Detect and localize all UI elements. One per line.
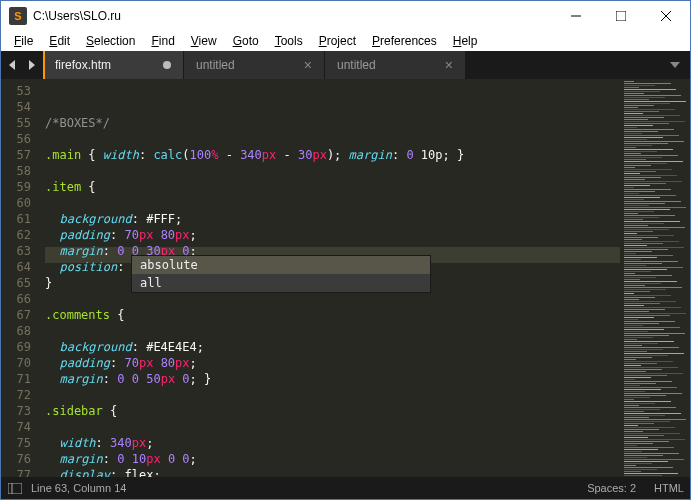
- gutter: 5354555657585960616263646566676869707172…: [1, 79, 39, 477]
- svg-rect-7: [8, 483, 22, 494]
- tab-dropdown-icon[interactable]: [660, 51, 690, 79]
- menu-preferences[interactable]: Preferences: [365, 33, 444, 49]
- window-title: C:\Users\SLO.ru: [33, 9, 553, 23]
- tab-label: firefox.htm: [55, 58, 153, 72]
- code-line: /*BOXES*/: [45, 115, 620, 131]
- titlebar: S C:\Users\SLO.ru: [1, 1, 690, 31]
- status-indent[interactable]: Spaces: 2: [587, 482, 636, 494]
- menubar: FileEditSelectionFindViewGotoToolsProjec…: [1, 31, 690, 51]
- code-line: [45, 291, 620, 307]
- svg-marker-4: [9, 60, 15, 70]
- tab-1[interactable]: untitled×: [184, 51, 324, 79]
- code-line: [45, 163, 620, 179]
- code-line: background: #FFF;: [45, 211, 620, 227]
- sidebar-toggle-icon[interactable]: [7, 481, 23, 495]
- code-line: .main { width: calc(100% - 340px - 30px)…: [45, 147, 620, 163]
- menu-find[interactable]: Find: [144, 33, 181, 49]
- minimize-button[interactable]: [553, 2, 598, 30]
- svg-marker-6: [670, 62, 680, 68]
- code-line: margin: 0 10px 0 0;: [45, 451, 620, 467]
- autocomplete-item[interactable]: absolute: [132, 256, 430, 274]
- status-position[interactable]: Line 63, Column 14: [31, 482, 126, 494]
- code-line: .sidebar {: [45, 403, 620, 419]
- menu-edit[interactable]: Edit: [42, 33, 77, 49]
- status-syntax[interactable]: HTML: [654, 482, 684, 494]
- autocomplete-popup[interactable]: absoluteall: [131, 255, 431, 293]
- menu-goto[interactable]: Goto: [226, 33, 266, 49]
- minimap[interactable]: [620, 79, 690, 477]
- code-line: background: #E4E4E4;: [45, 339, 620, 355]
- code-line: [45, 387, 620, 403]
- menu-file[interactable]: File: [7, 33, 40, 49]
- code-line: width: 340px;: [45, 435, 620, 451]
- tab-close-icon[interactable]: ×: [445, 57, 453, 73]
- code-line: [45, 323, 620, 339]
- app-icon: S: [9, 7, 27, 25]
- code-line: .comments {: [45, 307, 620, 323]
- code-line: [45, 131, 620, 147]
- autocomplete-item[interactable]: all: [132, 274, 430, 292]
- dirty-indicator-icon: [163, 61, 171, 69]
- nav-arrows: [1, 51, 43, 79]
- tab-0[interactable]: firefox.htm: [43, 51, 183, 79]
- tab-close-icon[interactable]: ×: [304, 57, 312, 73]
- maximize-button[interactable]: [598, 2, 643, 30]
- menu-tools[interactable]: Tools: [268, 33, 310, 49]
- svg-rect-1: [616, 11, 626, 21]
- menu-selection[interactable]: Selection: [79, 33, 142, 49]
- nav-forward-icon[interactable]: [23, 57, 39, 73]
- code-line: .item {: [45, 179, 620, 195]
- tabbar: firefox.htmuntitled×untitled×: [1, 51, 690, 79]
- menu-project[interactable]: Project: [312, 33, 363, 49]
- code-line: [45, 195, 620, 211]
- code-line: padding: 70px 80px;: [45, 227, 620, 243]
- code-line: [45, 99, 620, 115]
- statusbar: Line 63, Column 14 Spaces: 2 HTML: [1, 477, 690, 499]
- nav-back-icon[interactable]: [5, 57, 21, 73]
- code-line: margin: 0 0 50px 0; }: [45, 371, 620, 387]
- svg-marker-5: [29, 60, 35, 70]
- tab-label: untitled: [337, 58, 435, 72]
- menu-help[interactable]: Help: [446, 33, 485, 49]
- code-line: display: flex;: [45, 467, 620, 477]
- menu-view[interactable]: View: [184, 33, 224, 49]
- code-editor[interactable]: /*BOXES*/ .main { width: calc(100% - 340…: [39, 79, 620, 477]
- tab-label: untitled: [196, 58, 294, 72]
- close-button[interactable]: [643, 2, 688, 30]
- code-line: [45, 419, 620, 435]
- code-line: padding: 70px 80px;: [45, 355, 620, 371]
- tab-2[interactable]: untitled×: [325, 51, 465, 79]
- editor-area: 5354555657585960616263646566676869707172…: [1, 79, 690, 477]
